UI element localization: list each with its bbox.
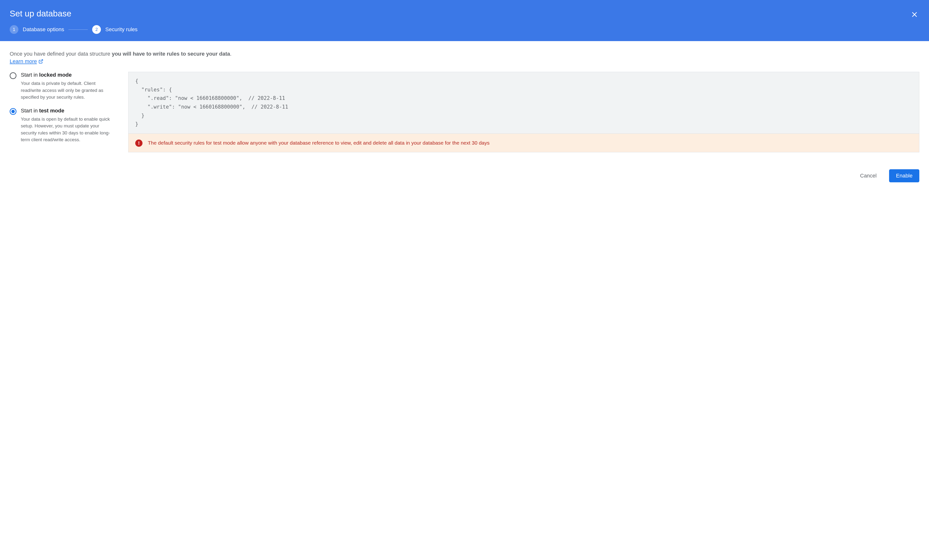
option-title: Start in locked mode [21, 72, 114, 78]
option-desc: Your data is open by default to enable q… [21, 116, 114, 143]
rules-code-block: { "rules": { ".read": "now < 16601688000… [128, 72, 919, 134]
option-test-mode[interactable]: Start in test mode Your data is open by … [10, 108, 114, 143]
intro-text: Once you have defined your data structur… [10, 50, 919, 58]
option-text: Start in test mode Your data is open by … [21, 108, 114, 143]
option-locked-mode[interactable]: Start in locked mode Your data is privat… [10, 72, 114, 101]
radio-locked[interactable] [10, 72, 17, 79]
setup-database-dialog: Set up database 1 Database options 2 Sec… [0, 0, 929, 190]
dialog-content: Once you have defined your data structur… [0, 41, 929, 159]
dialog-header: Set up database 1 Database options 2 Sec… [0, 0, 929, 41]
option-title: Start in test mode [21, 108, 114, 114]
option-desc: Your data is private by default. Client … [21, 80, 114, 101]
enable-button[interactable]: Enable [889, 169, 919, 182]
warning-banner: ! The default security rules for test mo… [128, 134, 919, 152]
option-title-bold: test mode [39, 108, 64, 114]
body: Start in locked mode Your data is privat… [10, 72, 919, 152]
intro-prefix: Once you have defined your data structur… [10, 51, 112, 57]
option-title-prefix: Start in [21, 72, 39, 78]
step-label: Security rules [105, 26, 137, 33]
intro-bold: you will have to write rules to secure y… [112, 51, 230, 57]
option-title-prefix: Start in [21, 108, 39, 114]
step-database-options[interactable]: 1 Database options [10, 25, 64, 34]
option-text: Start in locked mode Your data is privat… [21, 72, 114, 101]
warning-icon: ! [135, 139, 143, 147]
step-security-rules[interactable]: 2 Security rules [92, 25, 137, 34]
option-title-bold: locked mode [39, 72, 72, 78]
step-connector [69, 29, 88, 30]
learn-more-link[interactable]: Learn more [10, 58, 43, 64]
step-number: 2 [92, 25, 101, 34]
close-button[interactable] [910, 10, 919, 19]
close-icon [911, 11, 918, 18]
mode-options: Start in locked mode Your data is privat… [10, 72, 114, 152]
step-number: 1 [10, 25, 18, 34]
dialog-title: Set up database [10, 9, 919, 18]
dialog-footer: Cancel Enable [0, 159, 929, 190]
radio-test[interactable] [10, 108, 17, 115]
cancel-button[interactable]: Cancel [853, 169, 883, 182]
external-link-icon [38, 59, 43, 64]
stepper: 1 Database options 2 Security rules [10, 25, 919, 34]
intro-suffix: . [230, 51, 231, 57]
learn-more-label: Learn more [10, 58, 37, 64]
svg-line-2 [40, 60, 43, 62]
warning-text: The default security rules for test mode… [148, 139, 490, 147]
right-panel: { "rules": { ".read": "now < 16601688000… [128, 72, 919, 152]
step-label: Database options [23, 26, 64, 33]
